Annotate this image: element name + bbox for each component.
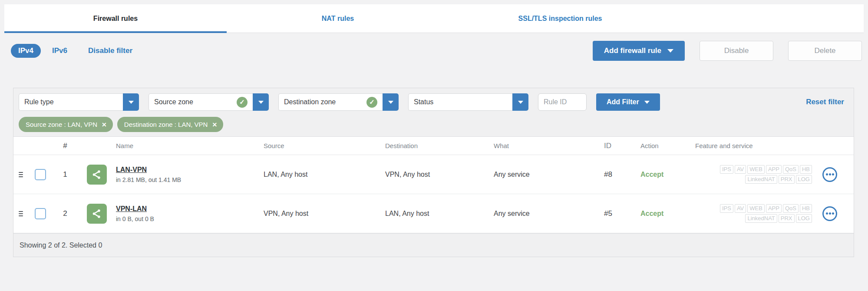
chip-label: Destination zone : LAN, VPN [124, 121, 208, 128]
add-filter-button[interactable]: Add Filter [596, 93, 660, 111]
drag-handle[interactable] [13, 172, 28, 177]
badge-log: LOG [796, 175, 812, 184]
status-dropdown-button[interactable] [512, 93, 528, 111]
badge-ips: IPS [720, 204, 733, 213]
destination-zone-dropdown-button[interactable] [383, 93, 399, 111]
delete-button[interactable]: Delete [788, 41, 862, 61]
rule-traffic: in 0 B, out 0 B [116, 215, 264, 222]
filter-row: Rule type Source zone ✓ [19, 93, 848, 111]
badge-av: AV [735, 204, 746, 213]
filter-area: Rule type Source zone ✓ [13, 88, 854, 137]
tab-label: Firewall rules [93, 15, 138, 23]
rule-id: #5 [602, 209, 640, 218]
remove-chip-icon[interactable]: ✕ [102, 121, 107, 128]
ipv6-toggle[interactable]: IPv6 [52, 46, 67, 55]
rule-traffic: in 2.81 MB, out 1.41 MB [116, 176, 264, 183]
disable-button[interactable]: Disable [700, 41, 773, 61]
row-more-menu-button[interactable] [822, 167, 837, 182]
rule-source: LAN, Any host [264, 171, 385, 179]
row-checkbox[interactable] [35, 208, 46, 219]
destination-zone-field: Destination zone ✓ [278, 93, 383, 111]
badge-av: AV [735, 165, 746, 174]
rule-type-dropdown[interactable]: Rule type [19, 93, 139, 111]
header-action: Action [640, 142, 689, 149]
badge-ips: IPS [720, 165, 733, 174]
add-firewall-rule-label: Add firewall rule [604, 46, 661, 55]
chip-label: Source zone : LAN, VPN [26, 121, 97, 128]
tab-firewall-rules[interactable]: Firewall rules [4, 4, 227, 33]
chevron-down-icon [129, 101, 134, 104]
badge-hb: HB [800, 204, 812, 213]
header-what: What [494, 142, 602, 149]
header-source: Source [264, 142, 385, 149]
rule-name-link[interactable]: VPN-LAN [116, 205, 264, 213]
destination-zone-filter-chip: Destination zone : LAN, VPN ✕ [117, 117, 223, 132]
badge-prx: PRX [779, 214, 795, 223]
remove-chip-icon[interactable]: ✕ [212, 121, 217, 128]
badge-qos: QoS [783, 204, 799, 213]
destination-zone-dropdown[interactable]: Destination zone ✓ [278, 93, 399, 111]
chevron-down-icon [388, 101, 393, 104]
network-rule-icon [87, 204, 107, 224]
source-zone-filter-chip: Source zone : LAN, VPN ✕ [19, 117, 113, 132]
badge-linkednat: LinkedNAT [745, 175, 777, 184]
header-number: # [53, 142, 78, 150]
table-row: 2 VPN-LAN in 0 B, out 0 B VPN, Any host [13, 194, 854, 233]
add-firewall-rule-button[interactable]: Add firewall rule [593, 41, 685, 61]
drag-handle[interactable] [13, 211, 28, 216]
table-header: # Name Source Destination What ID Action… [13, 137, 854, 155]
chevron-down-icon [518, 101, 523, 104]
table-row: 1 LAN-VPN in 2.81 MB, out 1.41 MB LAN, A… [13, 155, 854, 194]
table-summary: Showing 2 of 2. Selected 0 [20, 241, 102, 249]
rule-type-field: Rule type [19, 93, 123, 111]
ipv4-toggle[interactable]: IPv4 [11, 44, 41, 58]
rule-action: Accept [640, 171, 689, 179]
row-number: 1 [53, 170, 78, 179]
header-id: ID [602, 142, 640, 150]
status-field: Status [408, 93, 512, 111]
badge-qos: QoS [783, 165, 799, 174]
rule-name-link[interactable]: LAN-VPN [116, 166, 264, 174]
rule-what: Any service [494, 210, 602, 218]
badge-web: WEB [747, 165, 765, 174]
row-number: 2 [53, 209, 78, 218]
badge-app: APP [766, 204, 782, 213]
rule-id: #8 [602, 170, 640, 179]
badge-hb: HB [800, 165, 812, 174]
feature-badges: IPS AV WEB APP QoS HB LinkedNAT PRX LOG [720, 165, 812, 184]
destination-zone-label: Destination zone [284, 98, 363, 106]
rule-destination: LAN, Any host [385, 210, 494, 218]
rule-destination: VPN, Any host [385, 171, 494, 179]
row-checkbox[interactable] [35, 169, 46, 180]
status-label: Status [414, 98, 507, 106]
tab-ssl-tls-inspection-rules[interactable]: SSL/TLS inspection rules [449, 4, 671, 33]
source-zone-field: Source zone ✓ [149, 93, 253, 111]
badge-app: APP [766, 165, 782, 174]
status-dropdown[interactable]: Status [408, 93, 528, 111]
add-filter-label: Add Filter [607, 98, 639, 106]
badge-prx: PRX [779, 175, 795, 184]
badge-log: LOG [796, 214, 812, 223]
row-more-menu-button[interactable] [822, 206, 837, 221]
rule-type-dropdown-button[interactable] [123, 93, 139, 111]
tab-label: SSL/TLS inspection rules [518, 15, 602, 23]
rules-panel: Rule type Source zone ✓ [13, 88, 854, 257]
disable-filter-link[interactable]: Disable filter [88, 46, 132, 55]
rule-type-label: Rule type [24, 98, 118, 106]
source-zone-dropdown-button[interactable] [253, 93, 269, 111]
firewall-rules-page: Firewall rules NAT rules SSL/TLS inspect… [0, 0, 868, 291]
rule-id-input[interactable] [538, 93, 587, 111]
table-footer: Showing 2 of 2. Selected 0 [13, 233, 854, 257]
rule-source: VPN, Any host [264, 210, 385, 218]
tab-bar: Firewall rules NAT rules SSL/TLS inspect… [4, 4, 864, 33]
badge-linkednat: LinkedNAT [745, 214, 777, 223]
chevron-down-icon [258, 101, 264, 104]
badge-web: WEB [747, 204, 765, 213]
reset-filter-link[interactable]: Reset filter [806, 98, 844, 106]
network-rule-icon [87, 165, 107, 185]
tab-nat-rules[interactable]: NAT rules [227, 4, 449, 33]
header-destination: Destination [385, 142, 494, 149]
check-circle-icon: ✓ [237, 97, 248, 108]
source-zone-dropdown[interactable]: Source zone ✓ [149, 93, 269, 111]
check-circle-icon: ✓ [366, 97, 377, 108]
